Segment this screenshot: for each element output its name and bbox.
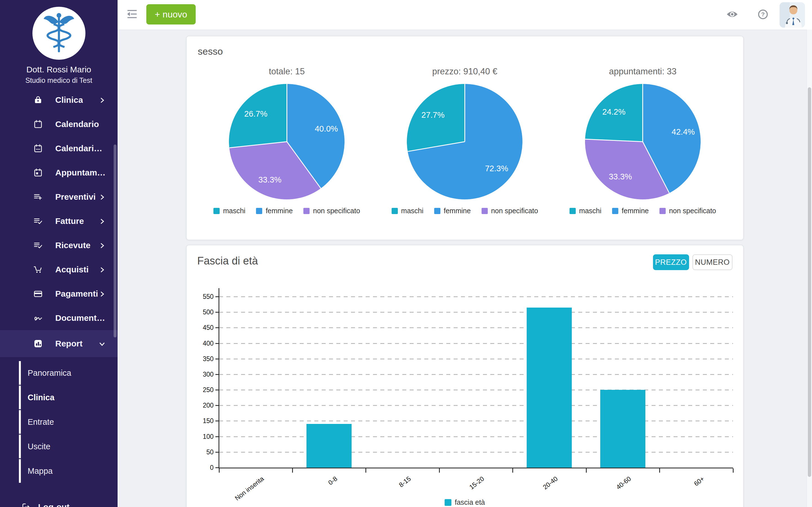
pie-chart-title: prezzo: 910,40 € <box>432 66 497 76</box>
clinic-name: Studio medico di Test <box>0 76 117 84</box>
caduceus-icon <box>41 11 77 55</box>
pie-slice-percentage: 40.0% <box>315 124 338 133</box>
eye-icon <box>726 10 738 18</box>
y-axis-label: 0 <box>187 464 214 471</box>
collapse-sidebar-icon <box>126 9 138 19</box>
legend-label: femmine <box>266 207 293 215</box>
legend-label: maschi <box>579 207 601 215</box>
sidebar-item-label: Calendario <box>55 119 99 129</box>
sidebar-nav: ClinicaCalendarioCalendario SlotAppuntam… <box>0 88 117 357</box>
x-axis-tick <box>365 468 366 473</box>
gridline-500 <box>219 312 733 313</box>
page-scrollbar-thumb[interactable] <box>808 87 811 477</box>
bar-20-40 <box>527 307 572 467</box>
report-subitem-entrate[interactable]: Entrate <box>19 410 117 434</box>
pie-slice-border <box>229 142 287 149</box>
main-content: sesso totale: 1540.0%33.3%26.7%maschifem… <box>117 30 812 507</box>
list-check-icon <box>33 240 43 250</box>
y-axis-label: 450 <box>187 324 214 332</box>
list-plus-icon <box>33 192 43 202</box>
sidebar-item-fatture[interactable]: Fatture <box>0 209 117 233</box>
sidebar-item-documenti-firm[interactable]: Documenti Firm... <box>0 306 117 330</box>
sidebar-item-ricevute[interactable]: Ricevute <box>0 233 117 258</box>
pie-chart-title: appuntamenti: 33 <box>609 66 677 76</box>
legend-swatch <box>213 208 220 214</box>
y-axis-line <box>218 288 219 468</box>
question-icon: ? <box>758 9 768 20</box>
sidebar-item-label: Pagamenti <box>55 289 98 298</box>
report-subitem-label: Panoramica <box>28 369 71 378</box>
sidebar-scrollbar-thumb[interactable] <box>114 145 116 337</box>
report-subitem-panoramica[interactable]: Panoramica <box>19 361 117 385</box>
legend-label: non specificato <box>669 207 716 215</box>
bar-chart-legend: fascia età <box>187 498 743 506</box>
pie-slice-border <box>408 142 465 152</box>
x-axis-label: 40-60 <box>615 475 633 491</box>
report-subitem-label: Uscite <box>28 442 50 451</box>
x-axis-label: 8-15 <box>397 475 412 489</box>
x-axis-tick <box>219 468 220 473</box>
signature-icon <box>33 313 43 323</box>
sidebar-item-label: Documenti Firm... <box>55 313 106 323</box>
sidebar-item-label: Report <box>55 339 83 348</box>
report-subitem-clinica[interactable]: Clinica <box>19 386 117 409</box>
visibility-button[interactable] <box>726 10 738 18</box>
sidebar-item-report[interactable]: Report <box>0 330 117 357</box>
pie-slice-border <box>585 138 643 142</box>
chevron-right-icon <box>98 242 106 249</box>
report-subitem-mappa[interactable]: Mappa <box>19 459 117 483</box>
pie-chart-1: prezzo: 910,40 €72.3%27.7%maschifemminen… <box>376 58 554 215</box>
new-button[interactable]: + nuovo <box>146 4 196 24</box>
bar-40-60 <box>600 390 645 467</box>
toggle-prezzo-button[interactable]: PREZZO <box>653 255 689 270</box>
legend-item-non-specificato: non specificato <box>481 207 538 215</box>
sidebar-item-logout[interactable]: Log-out <box>0 496 117 507</box>
chevron-right-icon <box>98 217 106 225</box>
gridline-300 <box>219 374 733 375</box>
page-scrollbar-track[interactable] <box>807 30 812 507</box>
sidebar-item-preventivi[interactable]: Preventivi <box>0 185 117 209</box>
sidebar-item-appuntamenti[interactable]: Appuntamenti <box>0 161 117 185</box>
sidebar-item-calendario-slot[interactable]: Calendario Slot <box>0 136 117 161</box>
calendar-icon <box>33 119 43 129</box>
fascia-eta-card: Fascia di età PREZZO NUMERO 050100150200… <box>186 245 744 507</box>
toggle-numero-button[interactable]: NUMERO <box>693 255 732 270</box>
y-axis-label: 500 <box>187 308 214 316</box>
user-avatar[interactable] <box>779 2 805 27</box>
report-subitem-label: Mappa <box>28 466 53 476</box>
pie-slice-border <box>642 84 643 142</box>
x-axis-tick <box>586 468 587 473</box>
report-subitem-uscite[interactable]: Uscite <box>19 435 117 458</box>
x-axis-label: 0-8 <box>327 475 339 487</box>
legend-swatch <box>612 208 618 214</box>
calendar-day-icon <box>33 168 43 177</box>
legend-item-maschi: maschi <box>569 207 601 215</box>
gridline-50 <box>219 452 733 453</box>
report-subitem-label: Entrate <box>28 417 54 427</box>
legend-item-maschi: maschi <box>392 207 423 215</box>
pie-legend: maschifemminenon specificato <box>213 207 360 215</box>
gridline-400 <box>219 343 733 344</box>
list-check-icon <box>33 216 43 226</box>
x-axis-tick <box>659 468 660 473</box>
chevron-right-icon <box>98 266 106 273</box>
legend-label: femmine <box>444 207 471 215</box>
chevron-right-icon <box>98 96 106 104</box>
collapse-sidebar-button[interactable] <box>126 9 138 20</box>
legend-item-maschi: maschi <box>213 207 245 215</box>
bar-legend-swatch <box>445 499 451 506</box>
pie-legend: maschifemminenon specificato <box>569 207 716 215</box>
pie-legend: maschifemminenon specificato <box>392 207 538 215</box>
y-axis-label: 200 <box>187 402 214 409</box>
sidebar-item-calendario[interactable]: Calendario <box>0 112 117 136</box>
sidebar-item-acquisti[interactable]: Acquisti <box>0 258 117 282</box>
pie-slice-border <box>287 84 287 142</box>
sidebar-item-clinica[interactable]: Clinica <box>0 88 117 112</box>
pie-chart-0: totale: 1540.0%33.3%26.7%maschifemmineno… <box>198 58 376 215</box>
sidebar-item-pagamenti[interactable]: Pagamenti <box>0 282 117 306</box>
legend-item-femmine: femmine <box>612 207 649 215</box>
legend-swatch <box>569 208 576 214</box>
sidebar-item-label: Calendario Slot <box>55 144 106 153</box>
help-button[interactable]: ? <box>758 9 768 20</box>
x-axis-label: 20-40 <box>541 475 559 491</box>
